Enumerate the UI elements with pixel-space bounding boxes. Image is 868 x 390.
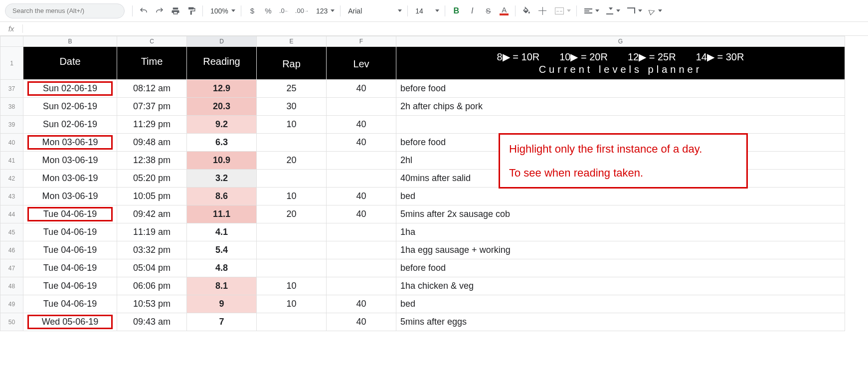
cell-note[interactable]: bed bbox=[396, 188, 845, 205]
cell-date[interactable]: Tue 04-06-19 bbox=[23, 241, 117, 259]
cell-rap[interactable]: 30 bbox=[257, 98, 327, 116]
cell-rap[interactable]: 20 bbox=[257, 205, 327, 223]
cell-time[interactable]: 07:37 pm bbox=[117, 98, 187, 116]
cell-note[interactable]: 1ha egg sausage + working bbox=[396, 241, 845, 259]
cell-time[interactable]: 05:04 pm bbox=[117, 259, 187, 277]
row-header[interactable]: 38 bbox=[0, 98, 23, 116]
print-button[interactable] bbox=[168, 3, 183, 18]
cell-reading[interactable]: 8.1 bbox=[187, 277, 257, 295]
row-header[interactable]: 47 bbox=[0, 259, 23, 277]
cell-date[interactable]: Sun 02-06-19 bbox=[23, 116, 117, 134]
horizontal-align-dropdown[interactable] bbox=[580, 4, 601, 18]
cell-reading[interactable]: 20.3 bbox=[187, 98, 257, 116]
decrease-decimal-button[interactable]: .0← bbox=[277, 3, 292, 18]
row-header[interactable]: 40 bbox=[0, 134, 23, 152]
cell-lev[interactable]: 40 bbox=[327, 205, 396, 223]
cell-note[interactable]: 5mins after 2x sausage cob bbox=[396, 205, 845, 223]
increase-decimal-button[interactable]: .00→ bbox=[293, 3, 311, 18]
font-dropdown[interactable]: Arial bbox=[344, 4, 404, 18]
cell-note[interactable]: 2h after chips & pork bbox=[396, 98, 845, 116]
cell-lev[interactable] bbox=[327, 259, 396, 277]
cell-rap[interactable] bbox=[257, 223, 327, 241]
cell-note[interactable]: bed bbox=[396, 295, 845, 313]
cell-time[interactable]: 09:48 am bbox=[117, 134, 187, 152]
cell-date[interactable]: Mon 03-06-19 bbox=[23, 188, 117, 205]
spreadsheet-grid[interactable]: B C D E F G 1 Date Time Reading Rap Lev … bbox=[0, 36, 868, 331]
text-wrap-dropdown[interactable] bbox=[623, 4, 644, 18]
merge-cells-dropdown[interactable] bbox=[551, 4, 573, 18]
cell-rap[interactable]: 10 bbox=[257, 277, 327, 295]
cell-lev[interactable]: 40 bbox=[327, 134, 396, 152]
cell-lev[interactable]: 40 bbox=[327, 313, 396, 331]
cell-reading[interactable]: 11.1 bbox=[187, 205, 257, 223]
font-size-dropdown[interactable]: 14 bbox=[411, 4, 441, 18]
cell-date[interactable]: Tue 04-06-19 bbox=[23, 223, 117, 241]
cell-date[interactable]: Mon 03-06-19 bbox=[23, 170, 117, 188]
menu-search[interactable] bbox=[5, 3, 125, 18]
formula-input[interactable] bbox=[23, 25, 868, 32]
cell-time[interactable]: 03:32 pm bbox=[117, 241, 187, 259]
menu-search-input[interactable] bbox=[11, 6, 122, 15]
cell-time[interactable]: 11:19 am bbox=[117, 223, 187, 241]
col-header-F[interactable]: F bbox=[327, 36, 396, 47]
cell-time[interactable]: 10:53 pm bbox=[117, 295, 187, 313]
row-header[interactable]: 37 bbox=[0, 80, 23, 98]
row-header[interactable]: 49 bbox=[0, 295, 23, 313]
row-header[interactable]: 41 bbox=[0, 152, 23, 170]
currency-button[interactable]: $ bbox=[245, 3, 260, 18]
cell-lev[interactable] bbox=[327, 98, 396, 116]
cell-time[interactable]: 06:06 pm bbox=[117, 277, 187, 295]
zoom-dropdown[interactable]: 100% bbox=[206, 4, 237, 18]
cell-date[interactable]: Tue 04-06-19 bbox=[23, 205, 117, 223]
cell-reading[interactable]: 4.1 bbox=[187, 223, 257, 241]
cell-note[interactable]: 1ha bbox=[396, 223, 845, 241]
row-header[interactable]: 39 bbox=[0, 116, 23, 134]
header-rap[interactable]: Rap bbox=[257, 47, 327, 80]
cell-time[interactable]: 09:42 am bbox=[117, 205, 187, 223]
cell-reading[interactable]: 4.8 bbox=[187, 259, 257, 277]
row-header[interactable]: 45 bbox=[0, 223, 23, 241]
cell-time[interactable]: 11:29 pm bbox=[117, 116, 187, 134]
cell-reading[interactable]: 8.6 bbox=[187, 188, 257, 205]
row-header[interactable]: 44 bbox=[0, 205, 23, 223]
cell-lev[interactable] bbox=[327, 152, 396, 170]
cell-reading[interactable]: 9 bbox=[187, 295, 257, 313]
cell-time[interactable]: 12:38 pm bbox=[117, 152, 187, 170]
col-header-G[interactable]: G bbox=[396, 36, 845, 47]
row-header-1[interactable]: 1 bbox=[0, 47, 23, 80]
header-reading[interactable]: Reading bbox=[187, 47, 257, 80]
cell-lev[interactable] bbox=[327, 223, 396, 241]
cell-date[interactable]: Mon 03-06-19 bbox=[23, 134, 117, 152]
col-header-E[interactable]: E bbox=[257, 36, 327, 47]
cell-lev[interactable] bbox=[327, 241, 396, 259]
row-header[interactable]: 48 bbox=[0, 277, 23, 295]
cell-date[interactable]: Tue 04-06-19 bbox=[23, 295, 117, 313]
cell-rap[interactable]: 10 bbox=[257, 116, 327, 134]
col-header-D[interactable]: D bbox=[187, 36, 257, 47]
cell-rap[interactable]: 10 bbox=[257, 295, 327, 313]
cell-note[interactable]: before food bbox=[396, 80, 845, 98]
cell-lev[interactable]: 40 bbox=[327, 116, 396, 134]
cell-rap[interactable] bbox=[257, 241, 327, 259]
text-color-button[interactable]: A bbox=[497, 3, 512, 18]
cell-rap[interactable] bbox=[257, 170, 327, 188]
percent-button[interactable]: % bbox=[261, 3, 276, 18]
cell-time[interactable]: 05:20 pm bbox=[117, 170, 187, 188]
cell-note[interactable]: 5mins after eggs bbox=[396, 313, 845, 331]
more-formats-dropdown[interactable]: 123 bbox=[312, 4, 337, 18]
cell-lev[interactable]: 40 bbox=[327, 295, 396, 313]
cell-lev[interactable]: 40 bbox=[327, 80, 396, 98]
borders-button[interactable] bbox=[535, 3, 550, 18]
row-header[interactable]: 42 bbox=[0, 170, 23, 188]
cell-rap[interactable] bbox=[257, 313, 327, 331]
cell-note[interactable] bbox=[396, 116, 845, 134]
cell-rap[interactable] bbox=[257, 259, 327, 277]
cell-rap[interactable]: 25 bbox=[257, 80, 327, 98]
paint-format-button[interactable] bbox=[184, 3, 199, 18]
cell-date[interactable]: Tue 04-06-19 bbox=[23, 277, 117, 295]
row-header[interactable]: 50 bbox=[0, 313, 23, 331]
cell-lev[interactable]: 40 bbox=[327, 188, 396, 205]
bold-button[interactable]: B bbox=[449, 3, 464, 18]
cell-date[interactable]: Mon 03-06-19 bbox=[23, 152, 117, 170]
header-time[interactable]: Time bbox=[117, 47, 187, 80]
